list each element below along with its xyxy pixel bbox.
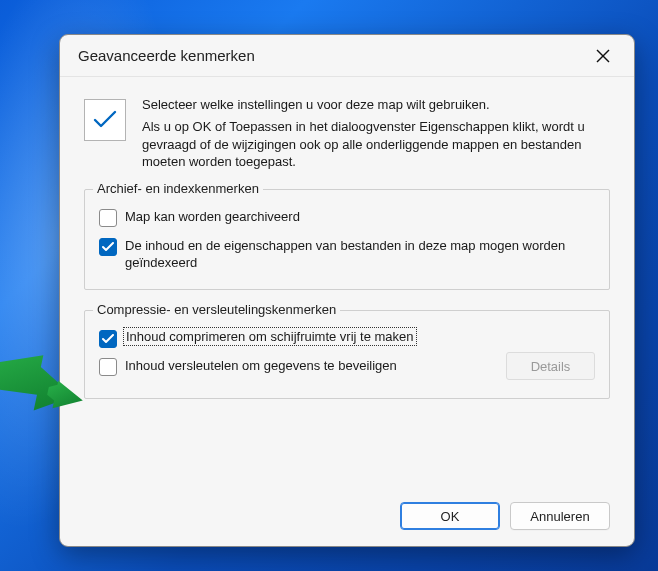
- group-compress-legend: Compressie- en versleutelingskenmerken: [93, 302, 340, 317]
- close-icon: [596, 49, 610, 63]
- intro-line2: Als u op OK of Toepassen in het dialoogv…: [142, 118, 610, 171]
- row-encrypt: Inhoud versleutelen om gegevens te bevei…: [99, 352, 595, 380]
- details-button: Details: [506, 352, 595, 380]
- checkbox-compress[interactable]: [99, 330, 117, 348]
- intro-section: Selecteer welke instellingen u voor deze…: [84, 97, 610, 171]
- label-compress: Inhoud comprimeren om schijfruimte vrij …: [125, 329, 415, 344]
- label-encrypt: Inhoud versleutelen om gegevens te bevei…: [125, 357, 498, 375]
- dialog-title: Geavanceerde kenmerken: [78, 47, 584, 64]
- close-button[interactable]: [584, 40, 622, 72]
- row-index[interactable]: De inhoud en de eigenschappen van bestan…: [99, 237, 595, 272]
- intro-line1: Selecteer welke instellingen u voor deze…: [142, 97, 610, 112]
- intro-text: Selecteer welke instellingen u voor deze…: [142, 97, 610, 171]
- group-compress-encrypt: Compressie- en versleutelingskenmerken I…: [84, 310, 610, 399]
- group-archive-legend: Archief- en indexkenmerken: [93, 181, 263, 196]
- checkbox-archive[interactable]: [99, 209, 117, 227]
- label-index: De inhoud en de eigenschappen van bestan…: [125, 237, 595, 272]
- group-archive-index: Archief- en indexkenmerken Map kan worde…: [84, 189, 610, 291]
- cancel-button[interactable]: Annuleren: [510, 502, 610, 530]
- row-compress[interactable]: Inhoud comprimeren om schijfruimte vrij …: [99, 329, 595, 348]
- row-archive[interactable]: Map kan worden gearchiveerd: [99, 208, 595, 227]
- label-archive: Map kan worden gearchiveerd: [125, 208, 595, 226]
- dialog-body: Selecteer welke instellingen u voor deze…: [60, 77, 634, 546]
- ok-button[interactable]: OK: [400, 502, 500, 530]
- titlebar: Geavanceerde kenmerken: [60, 35, 634, 77]
- dialog-buttons: OK Annuleren: [400, 502, 610, 530]
- checkbox-encrypt[interactable]: [99, 358, 117, 376]
- checkmark-box-icon: [84, 99, 126, 141]
- checkbox-index[interactable]: [99, 238, 117, 256]
- advanced-attributes-dialog: Geavanceerde kenmerken Selecteer welke i…: [59, 34, 635, 547]
